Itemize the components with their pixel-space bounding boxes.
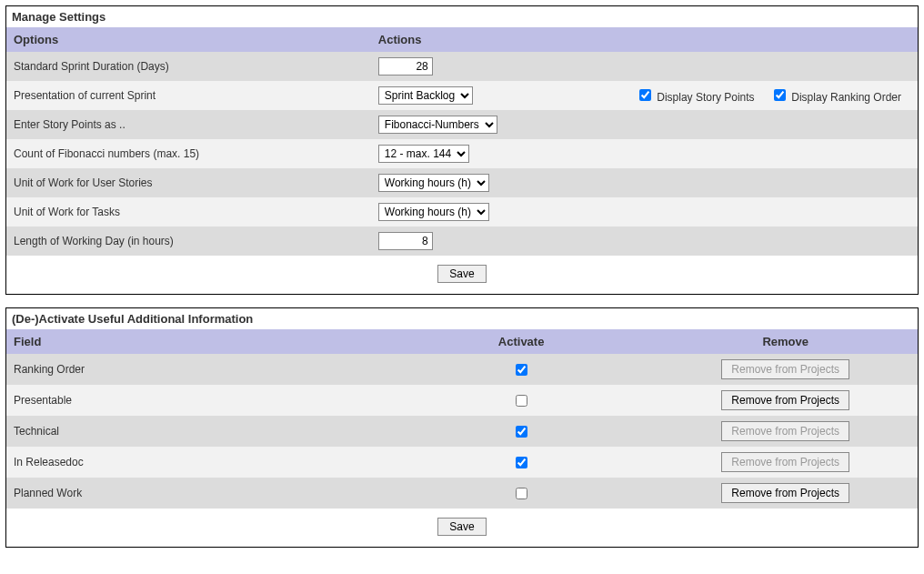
settings-table: Options Actions Standard Sprint Duration…	[6, 27, 918, 256]
activate-checkbox[interactable]	[516, 364, 527, 376]
label-unit-tasks: Unit of Work for Tasks	[6, 197, 371, 227]
display-ranking-order-wrap: Display Ranking Order	[770, 91, 901, 104]
label-sprint-duration: Standard Sprint Duration (Days)	[6, 52, 371, 81]
checkbox-display-ranking-order[interactable]	[774, 89, 786, 101]
remove-from-projects-button: Remove from Projects	[721, 359, 849, 379]
save-button-settings[interactable]: Save	[437, 265, 486, 283]
table-row: Ranking OrderRemove from Projects	[6, 354, 918, 385]
activate-checkbox[interactable]	[516, 395, 527, 407]
header-field: Field	[6, 329, 389, 354]
additional-info-table: Field Activate Remove Ranking OrderRemov…	[6, 329, 918, 509]
label-unit-user-stories: Unit of Work for User Stories	[6, 168, 371, 197]
input-sprint-duration[interactable]	[378, 57, 433, 76]
select-fib-count[interactable]: 12 - max. 144	[378, 145, 469, 163]
activate-checkbox[interactable]	[516, 457, 527, 468]
remove-from-projects-button[interactable]: Remove from Projects	[721, 483, 849, 503]
field-label: Presentable	[6, 385, 389, 416]
remove-from-projects-button[interactable]: Remove from Projects	[721, 390, 849, 410]
manage-settings-panel: Manage Settings Options Actions Standard…	[5, 5, 919, 295]
remove-from-projects-button: Remove from Projects	[721, 452, 849, 472]
label-working-day-length: Length of Working Day (in hours)	[6, 227, 371, 256]
table-row: PresentableRemove from Projects	[6, 385, 918, 416]
checkbox-display-story-points[interactable]	[639, 89, 651, 101]
save-button-additional-info[interactable]: Save	[437, 518, 486, 536]
table-row: In ReleasedocRemove from Projects	[6, 447, 918, 478]
field-label: Technical	[6, 416, 389, 447]
activate-checkbox[interactable]	[516, 426, 527, 438]
select-presentation[interactable]: Sprint Backlog	[378, 86, 473, 105]
additional-info-title: (De-)Activate Useful Additional Informat…	[6, 308, 918, 329]
input-working-day-length[interactable]	[378, 232, 433, 250]
activate-checkbox[interactable]	[516, 488, 527, 499]
header-activate: Activate	[389, 329, 654, 354]
field-label: Planned Work	[6, 478, 389, 509]
header-options: Options	[6, 27, 371, 52]
select-story-points-as[interactable]: Fibonacci-Numbers	[378, 116, 497, 134]
table-row: TechnicalRemove from Projects	[6, 416, 918, 447]
additional-info-panel: (De-)Activate Useful Additional Informat…	[5, 307, 919, 548]
table-row: Planned WorkRemove from Projects	[6, 478, 918, 509]
header-remove: Remove	[653, 329, 918, 354]
header-actions: Actions	[371, 27, 918, 52]
field-label: Ranking Order	[6, 354, 389, 385]
select-unit-tasks[interactable]: Working hours (h)	[378, 203, 489, 221]
manage-settings-title: Manage Settings	[6, 6, 918, 27]
label-presentation: Presentation of current Sprint	[6, 81, 371, 110]
field-label: In Releasedoc	[6, 447, 389, 478]
label-display-ranking-order: Display Ranking Order	[791, 91, 901, 104]
remove-from-projects-button: Remove from Projects	[721, 421, 849, 441]
select-unit-user-stories[interactable]: Working hours (h)	[378, 174, 489, 192]
display-story-points-wrap: Display Story Points	[636, 91, 758, 104]
label-fib-count: Count of Fibonacci numbers (max. 15)	[6, 139, 371, 168]
label-display-story-points: Display Story Points	[657, 91, 754, 104]
label-story-points-as: Enter Story Points as ..	[6, 110, 371, 139]
